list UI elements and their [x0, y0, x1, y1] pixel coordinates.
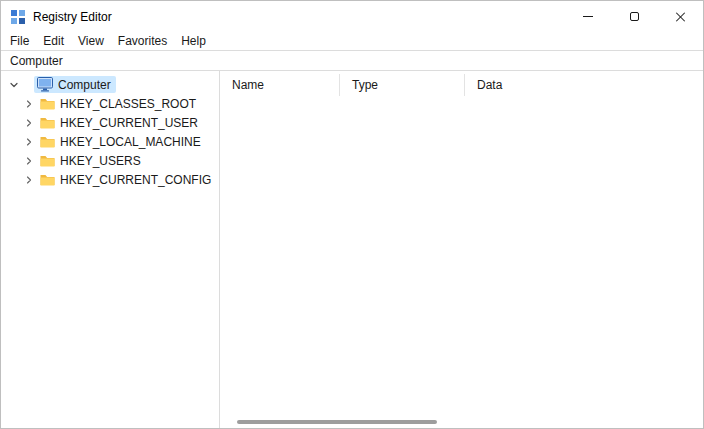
window-title: Registry Editor: [33, 10, 112, 24]
folder-icon: [40, 117, 55, 129]
menu-item-view[interactable]: View: [71, 32, 111, 50]
computer-icon: [37, 77, 53, 92]
maximize-icon: [630, 12, 639, 21]
regedit-app-icon: [10, 9, 26, 25]
tree-item-hkey-current-user[interactable]: HKEY_CURRENT_USER: [1, 113, 219, 132]
minimize-icon: [583, 16, 593, 17]
chevron-down-icon[interactable]: [7, 75, 34, 94]
tree-item-computer[interactable]: Computer: [1, 75, 219, 94]
menu-bar: File Edit View Favorites Help: [1, 32, 703, 50]
chevron-right-icon[interactable]: [21, 113, 37, 132]
menu-item-edit[interactable]: Edit: [36, 32, 71, 50]
horizontal-scrollbar[interactable]: [224, 419, 699, 425]
list-body: [220, 96, 703, 428]
menu-item-favorites[interactable]: Favorites: [111, 32, 174, 50]
menu-item-file[interactable]: File: [3, 32, 36, 50]
tree-item-label: HKEY_USERS: [60, 154, 141, 168]
tree-pane: Computer HKEY_CLASSES_ROOT: [1, 71, 220, 428]
maximize-button[interactable]: [611, 1, 657, 32]
tree-item-hkey-classes-root[interactable]: HKEY_CLASSES_ROOT: [1, 94, 219, 113]
close-icon: [675, 11, 686, 22]
tree-item-hkey-local-machine[interactable]: HKEY_LOCAL_MACHINE: [1, 132, 219, 151]
tree-item-label: HKEY_CLASSES_ROOT: [60, 97, 196, 111]
minimize-button[interactable]: [565, 1, 611, 32]
chevron-right-icon[interactable]: [21, 94, 37, 113]
tree-item-label: HKEY_CURRENT_USER: [60, 116, 198, 130]
tree-item-hkey-users[interactable]: HKEY_USERS: [1, 151, 219, 170]
address-bar-value: Computer: [10, 54, 63, 68]
folder-icon: [40, 98, 55, 110]
tree-item-label: HKEY_CURRENT_CONFIG: [60, 173, 211, 187]
column-header-data[interactable]: Data: [465, 74, 703, 96]
scrollbar-thumb[interactable]: [237, 420, 437, 424]
address-bar[interactable]: Computer: [1, 50, 703, 71]
folder-icon: [40, 174, 55, 186]
registry-editor-window: Registry Editor File Edit View Favorites…: [0, 0, 704, 429]
tree-item-label: HKEY_LOCAL_MACHINE: [60, 135, 201, 149]
folder-icon: [40, 136, 55, 148]
tree-item-computer-body[interactable]: Computer: [34, 76, 116, 93]
window-controls: [565, 1, 703, 32]
chevron-right-icon[interactable]: [21, 151, 37, 170]
column-header-name[interactable]: Name: [220, 74, 340, 96]
tree-item-label: Computer: [58, 78, 111, 92]
chevron-right-icon[interactable]: [21, 170, 37, 189]
list-header: Name Type Data: [220, 74, 703, 96]
title-bar: Registry Editor: [1, 1, 703, 32]
main-area: Computer HKEY_CLASSES_ROOT: [1, 71, 703, 428]
column-header-type[interactable]: Type: [340, 74, 465, 96]
menu-item-help[interactable]: Help: [174, 32, 213, 50]
close-button[interactable]: [657, 1, 703, 32]
list-pane: Name Type Data: [220, 71, 703, 428]
folder-icon: [40, 155, 55, 167]
tree-item-hkey-current-config[interactable]: HKEY_CURRENT_CONFIG: [1, 170, 219, 189]
chevron-right-icon[interactable]: [21, 132, 37, 151]
